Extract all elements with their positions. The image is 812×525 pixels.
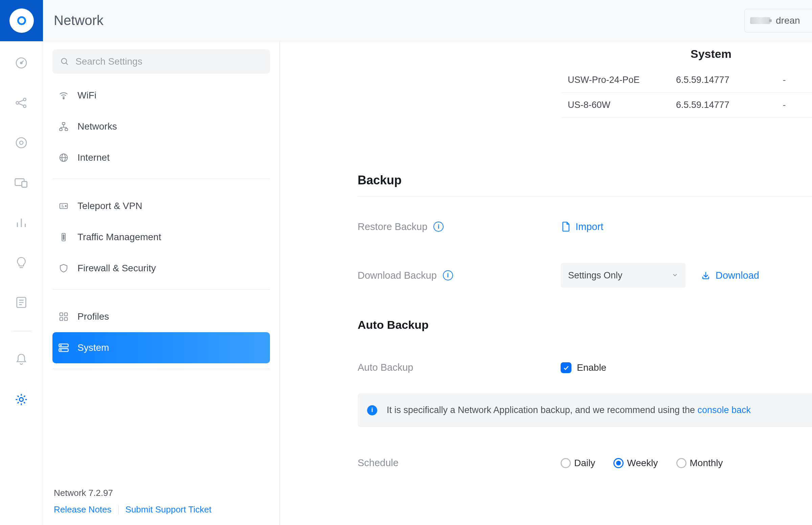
- radio-icon: [676, 458, 687, 468]
- svg-point-2: [16, 102, 19, 104]
- brand-logo[interactable]: [0, 0, 43, 41]
- device-name: drean: [776, 15, 800, 26]
- info-banner: i It is specifically a Network Applicati…: [358, 393, 812, 427]
- svg-rect-15: [60, 129, 62, 131]
- info-dot-icon: i: [367, 405, 377, 416]
- svg-rect-16: [65, 129, 67, 131]
- traffic-icon: [58, 231, 69, 243]
- restore-backup-label: Restore Backup i: [358, 221, 561, 232]
- device-name-cell: US-8-60W: [568, 100, 676, 110]
- rail-settings[interactable]: [13, 391, 29, 408]
- svg-point-24: [63, 238, 64, 240]
- main-content: System USW-Pro-24-PoE 6.5.59.14777 - US-…: [280, 41, 812, 525]
- svg-point-3: [23, 98, 26, 101]
- console-backup-link[interactable]: console back: [697, 405, 751, 415]
- info-icon[interactable]: i: [443, 270, 453, 281]
- nav-label: Traffic Management: [77, 232, 161, 242]
- device-version-cell: 6.5.59.14777: [676, 100, 774, 110]
- version-label: Network 7.2.97: [54, 488, 269, 498]
- nav-traffic-mgmt[interactable]: Traffic Management: [52, 222, 270, 253]
- nav-label: System: [77, 342, 109, 353]
- download-backup-label: Download Backup i: [358, 270, 561, 281]
- file-icon: [561, 221, 571, 232]
- rail-stats[interactable]: [13, 214, 29, 231]
- section-divider: [358, 196, 812, 197]
- page-title: Network: [54, 13, 104, 28]
- networks-icon: [58, 121, 69, 132]
- device-extra-cell: -: [774, 75, 794, 85]
- svg-point-13: [63, 98, 64, 99]
- download-button[interactable]: Download: [701, 270, 759, 281]
- system-icon: [58, 342, 69, 354]
- rail-notifications[interactable]: [13, 351, 29, 368]
- nav-divider: [52, 179, 270, 179]
- svg-rect-28: [65, 318, 67, 321]
- radio-icon: [561, 458, 571, 468]
- enable-label: Enable: [577, 362, 606, 373]
- rail-logs[interactable]: [13, 294, 29, 311]
- release-notes-link[interactable]: Release Notes: [54, 504, 112, 515]
- search-field[interactable]: [52, 49, 270, 74]
- schedule-options: Daily Weekly Monthly: [561, 458, 727, 468]
- vpn-icon: [58, 200, 69, 212]
- info-banner-text: It is specifically a Network Application…: [387, 405, 751, 416]
- check-icon: [563, 364, 569, 371]
- icon-rail: [0, 41, 43, 525]
- svg-point-20: [65, 206, 66, 207]
- svg-point-4: [23, 105, 26, 108]
- table-row: USW-Pro-24-PoE 6.5.59.14777 -: [562, 68, 812, 93]
- support-ticket-link[interactable]: Submit Support Ticket: [125, 504, 211, 515]
- device-name-cell: USW-Pro-24-PoE: [568, 75, 676, 85]
- device-extra-cell: -: [774, 100, 794, 110]
- svg-point-11: [19, 397, 23, 401]
- svg-point-31: [61, 345, 61, 346]
- backup-type-select[interactable]: Settings Only: [561, 263, 686, 288]
- device-table: USW-Pro-24-PoE 6.5.59.14777 - US-8-60W 6…: [562, 68, 812, 118]
- globe-icon: [58, 152, 69, 163]
- rail-insights[interactable]: [13, 254, 29, 271]
- svg-point-23: [63, 237, 64, 238]
- svg-rect-26: [65, 313, 67, 316]
- device-version-cell: 6.5.59.14777: [676, 75, 774, 85]
- nav-firewall[interactable]: Firewall & Security: [52, 253, 270, 284]
- import-button[interactable]: Import: [561, 221, 603, 232]
- rail-radio[interactable]: [13, 135, 29, 151]
- device-selector[interactable]: drean: [745, 9, 812, 32]
- auto-backup-title: Auto Backup: [358, 318, 812, 331]
- radio-icon: [613, 458, 623, 468]
- nav-label: Profiles: [77, 311, 109, 322]
- nav-networks[interactable]: Networks: [52, 111, 270, 142]
- brand-logo-icon: [10, 9, 34, 33]
- chevron-down-icon: [672, 270, 678, 281]
- nav-system[interactable]: System: [52, 332, 270, 363]
- rail-topology[interactable]: [13, 95, 29, 111]
- rail-dashboard[interactable]: [13, 55, 29, 71]
- nav-label: Internet: [77, 152, 110, 163]
- info-icon[interactable]: i: [433, 222, 443, 232]
- svg-rect-8: [22, 182, 27, 188]
- schedule-monthly[interactable]: Monthly: [676, 458, 727, 468]
- shield-icon: [58, 262, 69, 274]
- device-thumb-icon: [750, 17, 770, 24]
- download-icon: [701, 270, 711, 281]
- nav-label: Teleport & VPN: [77, 200, 142, 211]
- wifi-icon: [58, 90, 69, 101]
- backup-title: Backup: [358, 173, 812, 188]
- svg-rect-25: [60, 313, 63, 316]
- table-row: US-8-60W 6.5.59.14777 -: [562, 93, 812, 118]
- nav-teleport-vpn[interactable]: Teleport & VPN: [52, 191, 270, 222]
- search-icon: [60, 57, 69, 66]
- nav-divider: [52, 369, 270, 369]
- nav-internet[interactable]: Internet: [52, 142, 270, 173]
- search-input[interactable]: [75, 56, 262, 67]
- rail-devices[interactable]: [13, 175, 29, 191]
- svg-point-1: [21, 62, 22, 64]
- system-heading: System: [691, 47, 732, 61]
- enable-checkbox[interactable]: [561, 362, 571, 373]
- svg-point-22: [63, 235, 64, 236]
- nav-profiles[interactable]: Profiles: [52, 301, 270, 332]
- schedule-daily[interactable]: Daily: [561, 458, 599, 468]
- svg-rect-27: [60, 318, 63, 321]
- schedule-weekly[interactable]: Weekly: [613, 458, 662, 468]
- nav-wifi[interactable]: WiFi: [52, 80, 270, 111]
